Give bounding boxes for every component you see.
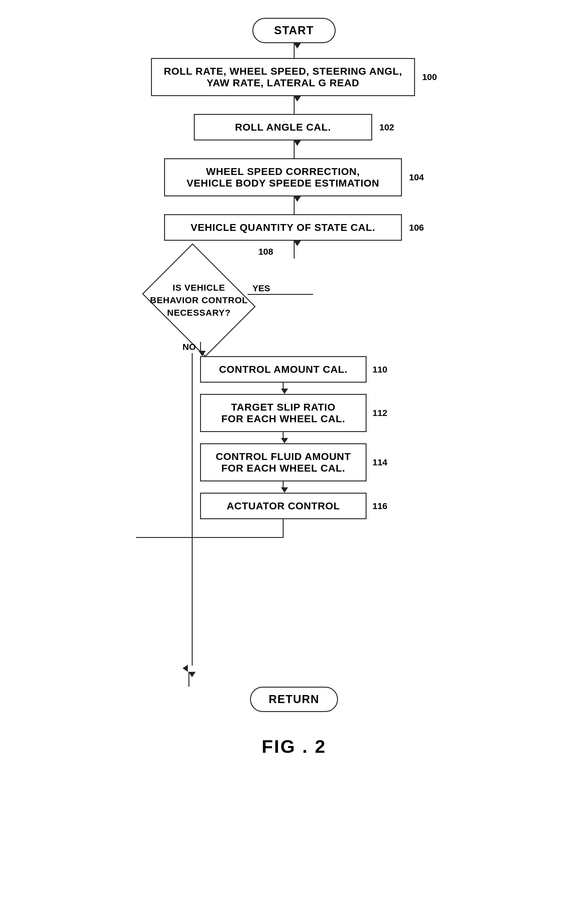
return-node: RETURN (250, 687, 338, 712)
arrow-to-112 (281, 389, 288, 394)
step104-node: WHEEL SPEED CORRECTION, VEHICLE BODY SPE… (164, 158, 402, 197)
connector-4 (294, 197, 295, 214)
yes-drop-line (200, 342, 201, 351)
left-arrowhead (182, 665, 188, 672)
arrow-to-114 (281, 438, 288, 443)
conn-116-merge (283, 519, 284, 537)
ref114: 114 (373, 457, 387, 467)
no-label: NO (182, 342, 196, 352)
branches-below: NO CONTROL AMOUNT CAL. 110 (130, 342, 458, 665)
arrow-to-116 (281, 487, 288, 493)
fig-label: FIG . 2 (262, 736, 326, 757)
yes-label: YES (252, 283, 270, 293)
connector-2 (294, 96, 295, 114)
step104-container: WHEEL SPEED CORRECTION, VEHICLE BODY SPE… (164, 158, 424, 197)
ref108: 108 (258, 247, 273, 257)
ref102: 102 (379, 122, 394, 132)
diamond-row: IS VEHICLE BEHAVIOR CONTROL NECESSARY? 1… (130, 258, 458, 342)
step114-container: CONTROL FLUID AMOUNT FOR EACH WHEEL CAL.… (200, 443, 387, 481)
step112-node: TARGET SLIP RATIO FOR EACH WHEEL CAL. (200, 394, 367, 432)
no-branch: NO (188, 342, 196, 665)
ref106: 106 (409, 223, 424, 233)
conn-112-114 (283, 432, 284, 438)
step102-node: ROLL ANGLE CAL. (194, 114, 372, 140)
step114-node: CONTROL FLUID AMOUNT FOR EACH WHEEL CAL. (200, 443, 367, 481)
diamond-text: IS VEHICLE BEHAVIOR CONTROL NECESSARY? (150, 282, 248, 319)
connector-5 (294, 241, 295, 258)
yes-branch: YES (249, 294, 313, 295)
yes-column: CONTROL AMOUNT CAL. 110 TARGET SLIP RATI… (200, 342, 387, 665)
branch-area: IS VEHICLE BEHAVIOR CONTROL NECESSARY? 1… (130, 258, 458, 687)
step112-container: TARGET SLIP RATIO FOR EACH WHEEL CAL. 11… (200, 394, 387, 432)
no-vertical-line (192, 353, 193, 665)
page: { "title": "FIG. 2", "nodes": { "start":… (0, 0, 588, 903)
step100-container: ROLL RATE, WHEEL SPEED, STEERING ANGL, Y… (151, 58, 437, 96)
merge-h-line (136, 537, 284, 538)
step116-node: ACTUATOR CONTROL (200, 493, 367, 519)
flowchart: START ROLL RATE, WHEEL SPEED, STEERING A… (116, 18, 472, 712)
connector-3 (294, 140, 295, 158)
arrow-to-110 (199, 351, 206, 356)
step110-container: CONTROL AMOUNT CAL. 110 (200, 356, 387, 382)
conn-114-116 (283, 481, 284, 487)
step106-node: VEHICLE QUANTITY OF STATE CAL. (164, 214, 402, 241)
ref112: 112 (373, 408, 387, 418)
ref110: 110 (373, 365, 387, 374)
step110-node: CONTROL AMOUNT CAL. (200, 356, 367, 382)
diamond-wrapper: IS VEHICLE BEHAVIOR CONTROL NECESSARY? (148, 258, 249, 342)
step100-node: ROLL RATE, WHEEL SPEED, STEERING ANGL, Y… (151, 58, 415, 96)
yes-line: YES (248, 294, 313, 295)
return-container: RETURN (250, 687, 338, 712)
diamond-container: IS VEHICLE BEHAVIOR CONTROL NECESSARY? 1… (148, 258, 249, 342)
ref116: 116 (373, 501, 387, 511)
conn-110-112 (283, 382, 284, 389)
step102-container: ROLL ANGLE CAL. 102 (194, 114, 394, 140)
step106-container: VEHICLE QUANTITY OF STATE CAL. 106 (164, 214, 424, 241)
connector-merge-return (188, 672, 189, 687)
start-node: START (252, 18, 336, 43)
connector-1 (294, 43, 295, 58)
yes-h-line (248, 294, 313, 295)
step116-container: ACTUATOR CONTROL 116 (200, 493, 387, 519)
merge-arrow-left (182, 665, 188, 672)
merge-arrow-container (188, 665, 189, 687)
ref104: 104 (409, 172, 424, 182)
ref100: 100 (422, 72, 437, 82)
